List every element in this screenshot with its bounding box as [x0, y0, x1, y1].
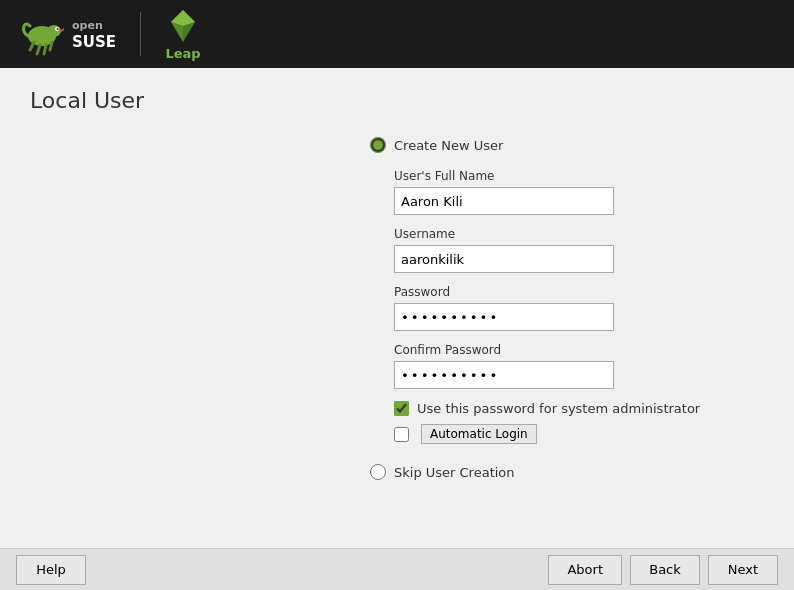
page-title: Local User	[30, 88, 764, 113]
skip-user-creation-option[interactable]: Skip User Creation	[370, 464, 764, 480]
leap-label: Leap	[165, 46, 200, 61]
username-group: Username	[394, 227, 764, 273]
form-area: Create New User User's Full Name Usernam…	[370, 137, 764, 480]
full-name-group: User's Full Name	[394, 169, 764, 215]
automatic-login-option[interactable]: Automatic Login	[394, 424, 764, 444]
use-admin-password-option[interactable]: Use this password for system administrat…	[394, 401, 764, 416]
skip-user-creation-radio[interactable]	[370, 464, 386, 480]
svg-line-9	[61, 28, 64, 31]
footer-right: Abort Back Next	[548, 555, 778, 585]
username-input[interactable]	[394, 245, 614, 273]
header: open SUSE Leap	[0, 0, 794, 68]
use-admin-password-label[interactable]: Use this password for system administrat…	[417, 401, 700, 416]
skip-user-creation-label[interactable]: Skip User Creation	[394, 465, 515, 480]
user-form-fields: User's Full Name Username Password Confi…	[394, 169, 764, 444]
username-label: Username	[394, 227, 764, 241]
confirm-password-input[interactable]	[394, 361, 614, 389]
confirm-password-label: Confirm Password	[394, 343, 764, 357]
create-new-user-option[interactable]: Create New User	[370, 137, 764, 153]
create-new-user-label[interactable]: Create New User	[394, 138, 503, 153]
use-admin-password-checkbox[interactable]	[394, 401, 409, 416]
footer-left: Help	[16, 555, 86, 585]
leap-logo: Leap	[165, 8, 201, 61]
svg-point-4	[57, 28, 59, 30]
opensuse-logo: open SUSE	[20, 12, 116, 56]
header-divider	[140, 12, 141, 56]
svg-line-5	[30, 42, 34, 50]
abort-button[interactable]: Abort	[548, 555, 622, 585]
full-name-label: User's Full Name	[394, 169, 764, 183]
svg-line-6	[37, 45, 40, 54]
opensuse-text: open SUSE	[72, 17, 116, 51]
main-content: Local User Create New User User's Full N…	[0, 68, 794, 548]
automatic-login-button[interactable]: Automatic Login	[421, 424, 537, 444]
svg-line-7	[44, 45, 46, 54]
svg-line-8	[50, 42, 52, 50]
footer: Help Abort Back Next	[0, 548, 794, 590]
help-button[interactable]: Help	[16, 555, 86, 585]
password-group: Password	[394, 285, 764, 331]
password-input[interactable]	[394, 303, 614, 331]
back-button[interactable]: Back	[630, 555, 700, 585]
full-name-input[interactable]	[394, 187, 614, 215]
confirm-password-group: Confirm Password	[394, 343, 764, 389]
leap-diamond-icon	[165, 8, 201, 44]
svg-point-2	[47, 25, 61, 37]
create-new-user-radio[interactable]	[370, 137, 386, 153]
automatic-login-checkbox[interactable]	[394, 427, 409, 442]
password-label: Password	[394, 285, 764, 299]
next-button[interactable]: Next	[708, 555, 778, 585]
chameleon-icon	[20, 12, 64, 56]
